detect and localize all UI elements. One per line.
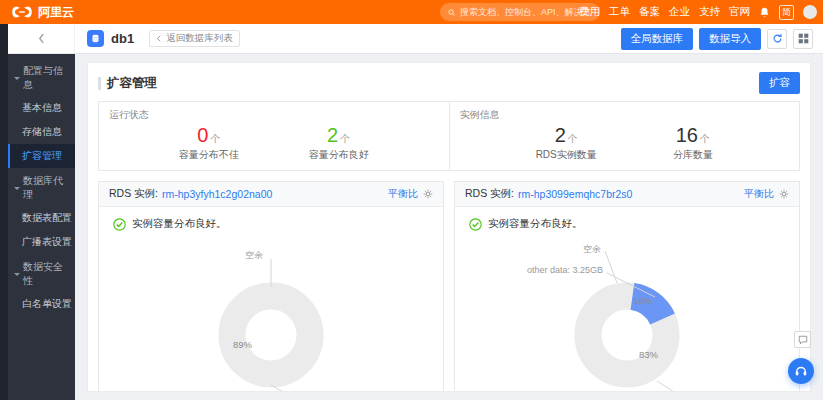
header-actions: 全局数据库 数据导入 [621,28,823,50]
alibaba-cloud-logo[interactable]: 阿里云 [0,4,74,21]
stat-rds-count: 2个 RDS实例数量 [536,124,597,162]
bell-icon[interactable] [759,7,770,18]
annotation-percent: 89% [233,339,252,350]
donut-chart-2: 空余 other data: 3.25GB 16% 83% 已使用: 15.72… [457,235,797,392]
sidebar-item-table-config[interactable]: 数据表配置 [8,206,75,230]
topbar-menu-icp[interactable]: 备案 [639,5,660,19]
topbar-menu-support[interactable]: 支持 [699,5,720,19]
sidebar-group-db-proxy[interactable]: 数据库代理 [8,168,75,206]
main-content: 扩容管理 扩容 运行状态 0个 容量分布不佳 2个 容量分布良好 实例信 [75,54,823,400]
capacity-panel: 扩容管理 扩容 运行状态 0个 容量分布不佳 2个 容量分布良好 实例信 [87,62,811,392]
apps-grid-button[interactable] [793,29,813,49]
annotation-slice-percent: 16% [633,295,652,306]
support-float-button[interactable] [788,358,814,384]
arrow-left-icon [156,35,163,42]
gear-icon[interactable] [779,189,789,199]
stat-shard-count: 16个 分库数量 [673,124,713,162]
donut-ring [232,296,310,374]
run-status-section: 运行状态 0个 容量分布不佳 2个 容量分布良好 [99,102,449,170]
sidebar-group: 数据安全性 白名单设置 [8,254,75,316]
rds-instance-card: RDS 实例: rm-hp3099emqhc7br2s0 平衡比 [454,181,800,392]
rds-instance-link[interactable]: rm-hp3yfyh1c2g02na00 [162,188,272,200]
card-header: RDS 实例: rm-hp3099emqhc7br2s0 平衡比 [455,182,799,207]
stat-capacity-good: 2个 容量分布良好 [309,124,369,162]
expand-button[interactable]: 扩容 [759,72,800,94]
caret-down-icon [14,77,20,83]
sidebar-item-broadcast-table[interactable]: 广播表设置 [8,230,75,254]
sidebar-item-capacity-management[interactable]: 扩容管理 [8,144,75,168]
sidebar: 配置与信息 基本信息 存储信息 扩容管理 数据库代理 数据表配置 广播表设置 数… [8,54,75,400]
feedback-float-button[interactable] [794,331,811,348]
check-circle-icon [469,218,482,231]
check-circle-icon [113,218,126,231]
data-import-button[interactable]: 数据导入 [699,28,761,50]
db-name: db1 [111,31,134,46]
title-accent-bar [98,77,101,90]
card-status-row: 实例容量分布良好。 [455,207,799,235]
database-icon [87,30,104,47]
search-icon [448,8,455,17]
instance-info-label: 实例信息 [460,108,790,122]
card-status-text: 实例容量分布良好。 [132,217,227,231]
sidebar-item-whitelist[interactable]: 白名单设置 [8,292,75,316]
page-title-row: 扩容管理 扩容 [98,71,800,95]
search-input[interactable]: 搜索文档、控制台、API、解决方案和资源 [440,3,600,21]
chat-bubble-icon [798,335,808,345]
rds-instance-link[interactable]: rm-hp3099emqhc7br2s0 [518,188,632,200]
gear-icon[interactable] [423,189,433,199]
sidebar-item-basic-info[interactable]: 基本信息 [8,96,75,120]
instance-info-section: 实例信息 2个 RDS实例数量 16个 分库数量 [449,102,800,170]
language-toggle[interactable]: 简 [779,5,794,20]
refresh-button[interactable] [767,29,787,49]
annotation-free: 空余 [543,243,601,256]
chevron-left-icon [38,33,45,44]
left-nav-rail[interactable] [0,24,8,400]
sidebar-group: 数据库代理 数据表配置 广播表设置 [8,168,75,254]
topbar-menu-billing[interactable]: 费用 [579,5,600,19]
annotation-percent: 83% [639,349,658,360]
card-status-text: 实例容量分布良好。 [488,217,583,231]
topbar: 阿里云 搜索文档、控制台、API、解决方案和资源 费用 工单 备案 企业 支持 … [0,0,823,24]
leader-line [605,251,617,283]
headset-icon [794,364,808,378]
stats-panel: 运行状态 0个 容量分布不佳 2个 容量分布良好 实例信息 2个 [98,101,800,171]
run-status-label: 运行状态 [109,108,439,122]
card-header: RDS 实例: rm-hp3yfyh1c2g02na00 平衡比 [99,182,443,207]
rds-cards-row: RDS 实例: rm-hp3yfyh1c2g02na00 平衡比 [98,181,800,392]
balance-ratio-link[interactable]: 平衡比 [744,187,774,201]
topbar-menu-enterprise[interactable]: 企业 [669,5,690,19]
sidebar-collapse-button[interactable] [8,24,75,53]
sidebar-item-storage-info[interactable]: 存储信息 [8,120,75,144]
leader-line [657,381,697,392]
caret-down-icon [14,187,20,193]
caret-down-icon [14,273,20,279]
topbar-menu: 费用 工单 备案 企业 支持 官网 简 [579,0,817,24]
annotation-free: 空余 [201,249,263,262]
topbar-menu-site[interactable]: 官网 [729,5,750,19]
db-title-area: db1 返回数据库列表 [75,30,240,47]
sidebar-group-data-security[interactable]: 数据安全性 [8,254,75,292]
sidebar-group: 配置与信息 基本信息 存储信息 扩容管理 [8,58,75,168]
avatar[interactable] [803,5,817,19]
alibaba-cloud-logo-icon [10,5,34,19]
sidebar-group-config-info[interactable]: 配置与信息 [8,58,75,96]
search-placeholder: 搜索文档、控制台、API、解决方案和资源 [460,6,592,19]
db-header-bar: db1 返回数据库列表 全局数据库 数据导入 [8,24,823,54]
logo-text: 阿里云 [38,4,74,21]
grid-icon [798,33,809,44]
back-to-database-list-link[interactable]: 返回数据库列表 [149,30,240,47]
global-database-button[interactable]: 全局数据库 [621,28,694,50]
page-title: 扩容管理 [107,75,157,92]
balance-ratio-link[interactable]: 平衡比 [388,187,418,201]
refresh-icon [772,33,783,44]
donut-chart-1: 空余 89% 未使用: 184.87GB [101,235,441,392]
topbar-menu-tickets[interactable]: 工单 [609,5,630,19]
annotation-other-data: other data: 3.25GB [477,265,603,275]
rds-instance-card: RDS 实例: rm-hp3yfyh1c2g02na00 平衡比 [98,181,444,392]
card-status-row: 实例容量分布良好。 [99,207,443,235]
stat-capacity-bad: 0个 容量分布不佳 [179,124,239,162]
